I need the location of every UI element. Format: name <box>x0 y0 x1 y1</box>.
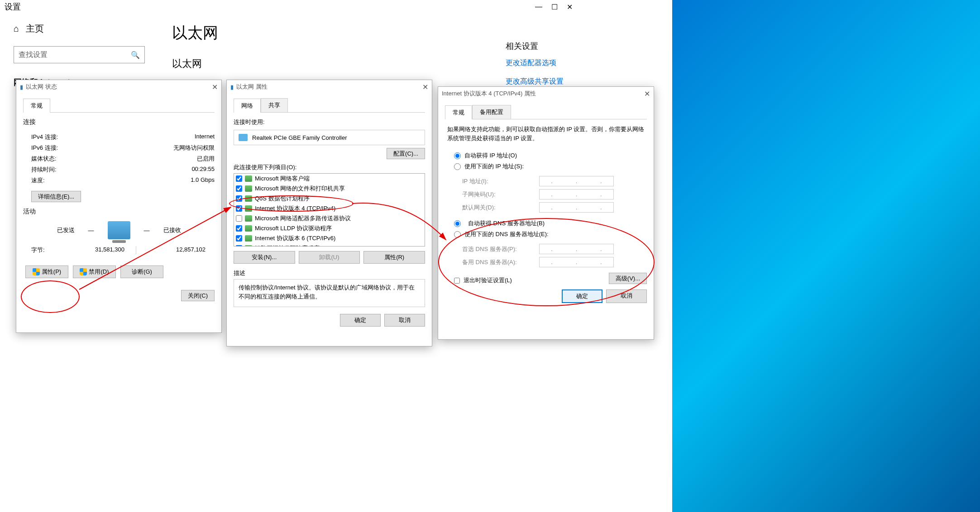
item-properties-button[interactable]: 属性(R) <box>363 251 425 264</box>
adapter-name: Realtek PCIe GBE Family Controller <box>252 134 347 141</box>
radio-auto-dns[interactable] <box>454 220 461 227</box>
gateway-input[interactable]: ... <box>539 202 614 213</box>
network-item-row[interactable]: Microsoft 网络客户端 <box>234 174 425 184</box>
ipv4-titlebar[interactable]: Internet 协议版本 4 (TCP/IPv4) 属性 ✕ <box>438 87 654 100</box>
radio-manual-ip-label: 使用下面的 IP 地址(S): <box>464 162 524 171</box>
home-label: 主页 <box>26 23 44 35</box>
adapter-box: Realtek PCIe GBE Family Controller <box>234 130 425 145</box>
network-item-row[interactable]: Internet 协议版本 4 (TCP/IPv4) <box>234 204 425 213</box>
network-item-row[interactable]: 链路层拓扑发现响应程序 <box>234 243 425 247</box>
props-title: 以太网 属性 <box>236 83 268 91</box>
network-item-row[interactable]: Microsoft 网络适配器多路传送器协议 <box>234 213 425 223</box>
item-checkbox[interactable] <box>236 225 242 232</box>
item-label: Internet 协议版本 4 (TCP/IPv4) <box>255 204 335 213</box>
home-icon: ⌂ <box>14 24 19 34</box>
pref-dns-input[interactable]: ... <box>539 244 614 254</box>
duration-value: 00:29:55 <box>191 166 215 174</box>
install-button[interactable]: 安装(N)... <box>234 251 295 264</box>
status-titlebar[interactable]: ▮ 以太网 状态 ✕ <box>16 80 221 94</box>
radio-auto-ip[interactable] <box>454 152 461 159</box>
maximize-icon[interactable]: ☐ <box>551 3 558 11</box>
ok-button[interactable]: 确定 <box>562 289 602 303</box>
subnet-label: 子网掩码(U): <box>462 190 539 199</box>
cancel-button[interactable]: 取消 <box>606 289 647 303</box>
close-icon[interactable]: ✕ <box>644 90 650 98</box>
protocol-icon <box>245 205 252 212</box>
close-button[interactable]: 关闭(C) <box>181 290 215 301</box>
home-link[interactable]: ⌂ 主页 <box>14 23 145 35</box>
description-label: 描述 <box>234 269 425 277</box>
close-icon[interactable]: ✕ <box>567 3 573 11</box>
network-item-row[interactable]: Microsoft 网络的文件和打印机共享 <box>234 184 425 194</box>
ipv6-label: IPv6 连接: <box>31 144 58 152</box>
item-checkbox[interactable] <box>236 175 242 182</box>
item-label: Microsoft LLDP 协议驱动程序 <box>255 224 332 232</box>
network-item-row[interactable]: Microsoft LLDP 协议驱动程序 <box>234 223 425 233</box>
validate-checkbox[interactable] <box>454 278 460 284</box>
search-icon: 🔍 <box>131 51 140 59</box>
alt-dns-input[interactable]: ... <box>539 257 614 267</box>
tab-general[interactable]: 常规 <box>23 99 50 113</box>
network-item-row[interactable]: QoS 数据包计划程序 <box>234 194 425 204</box>
ok-button[interactable]: 确定 <box>340 314 381 327</box>
ethernet-properties-dialog: ▮ 以太网 属性 ✕ 网络 共享 连接时使用: Realtek PCIe GBE… <box>226 80 432 346</box>
advanced-button[interactable]: 高级(V)... <box>609 273 647 284</box>
related-title: 相关设置 <box>506 41 564 52</box>
protocol-icon <box>245 225 252 232</box>
protocol-icon <box>245 175 252 182</box>
activity-icon <box>108 221 130 239</box>
sub-title: 以太网 <box>172 57 564 71</box>
uninstall-button[interactable]: 卸载(U) <box>299 251 360 264</box>
minimize-icon[interactable]: — <box>535 3 542 11</box>
details-button[interactable]: 详细信息(E)... <box>31 191 81 202</box>
ipv6-value: 无网络访问权限 <box>173 144 215 152</box>
tab-alternate[interactable]: 备用配置 <box>472 105 511 119</box>
alt-dns-label: 备用 DNS 服务器(A): <box>462 258 539 266</box>
properties-button[interactable]: 属性(P) <box>25 265 68 278</box>
network-items-list[interactable]: Microsoft 网络客户端Microsoft 网络的文件和打印机共享QoS … <box>234 173 425 247</box>
radio-manual-ip[interactable] <box>454 163 461 170</box>
item-checkbox[interactable] <box>236 195 242 202</box>
page-title: 以太网 <box>172 23 564 43</box>
cancel-button[interactable]: 取消 <box>384 314 425 327</box>
description-text: 传输控制协议/Internet 协议。该协议是默认的广域网络协议，用于在不同的相… <box>234 279 425 307</box>
item-checkbox[interactable] <box>236 235 242 242</box>
adapter-icon: ▮ <box>230 84 234 90</box>
configure-button[interactable]: 配置(C)... <box>387 148 425 159</box>
settings-title: 设置 <box>5 1 21 12</box>
radio-manual-dns[interactable] <box>454 231 461 238</box>
ip-address-input[interactable]: ... <box>539 176 614 186</box>
ipv4-value: Internet <box>195 133 215 141</box>
item-checkbox[interactable] <box>236 245 242 247</box>
recv-label: 已接收 <box>163 226 181 234</box>
close-icon[interactable]: ✕ <box>212 83 218 91</box>
item-label: Microsoft 网络的文件和打印机共享 <box>255 185 345 193</box>
item-label: Microsoft 网络客户端 <box>255 175 310 183</box>
item-checkbox[interactable] <box>236 205 242 212</box>
diagnose-button[interactable]: 诊断(G) <box>120 265 163 278</box>
duration-label: 持续时间: <box>31 166 57 174</box>
media-label: 媒体状态: <box>31 155 57 163</box>
link-sharing-settings[interactable]: 更改高级共享设置 <box>506 77 564 86</box>
item-checkbox[interactable] <box>236 185 242 192</box>
connection-label: 连接 <box>23 118 215 126</box>
status-tabs: 常规 <box>23 98 215 113</box>
ip-address-label: IP 地址(I): <box>462 177 539 185</box>
items-label: 此连接使用下列项目(O): <box>234 163 425 171</box>
close-icon[interactable]: ✕ <box>422 83 428 91</box>
shield-icon <box>80 268 87 275</box>
speed-value: 1.0 Gbps <box>191 176 215 185</box>
tab-general[interactable]: 常规 <box>445 105 472 119</box>
help-text: 如果网络支持此功能，则可以获取自动指派的 IP 设置。否则，你需要从网络系统管理… <box>447 125 645 142</box>
disable-button[interactable]: 禁用(D) <box>73 265 116 278</box>
tab-share[interactable]: 共享 <box>261 98 288 112</box>
item-label: QoS 数据包计划程序 <box>255 194 310 203</box>
item-checkbox[interactable] <box>236 215 242 222</box>
tab-network[interactable]: 网络 <box>234 99 261 113</box>
network-item-row[interactable]: Internet 协议版本 6 (TCP/IPv6) <box>234 233 425 243</box>
subnet-input[interactable]: ... <box>539 189 614 199</box>
props-titlebar[interactable]: ▮ 以太网 属性 ✕ <box>227 80 432 94</box>
media-value: 已启用 <box>197 155 215 163</box>
search-input[interactable]: 查找设置 🔍 <box>14 46 145 63</box>
link-adapter-options[interactable]: 更改适配器选项 <box>506 58 564 68</box>
